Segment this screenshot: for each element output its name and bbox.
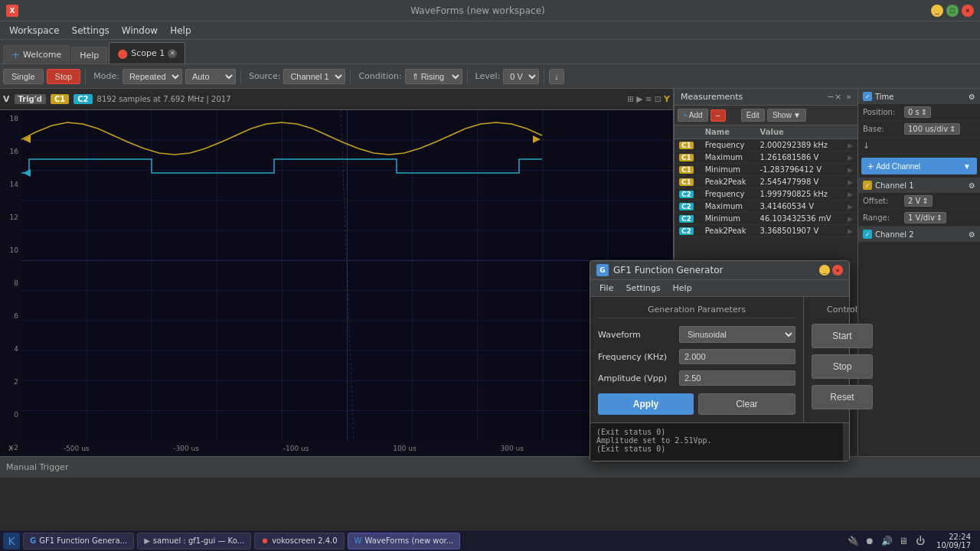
meas-value-4: 1.999790825 kHz bbox=[756, 188, 844, 201]
time-settings-icon[interactable]: ⚙ bbox=[969, 93, 975, 101]
measurements-close-icon[interactable]: × bbox=[835, 92, 841, 102]
condition-select[interactable]: ⇑ Rising ⇓ Falling bbox=[405, 69, 462, 84]
ch2-settings-icon[interactable]: ⚙ bbox=[969, 230, 975, 239]
toolbar-export-button[interactable]: ↓ bbox=[549, 69, 564, 84]
stop-button[interactable]: Stop bbox=[47, 69, 81, 84]
scope-expand-icon[interactable]: ⊡ bbox=[655, 94, 662, 104]
clear-button[interactable]: Clear bbox=[698, 393, 795, 415]
mode-select[interactable]: Repeated Single bbox=[122, 69, 182, 84]
ch1-range-spinner[interactable]: 1 V/div ⇕ bbox=[904, 212, 946, 223]
scope-info: 8192 samples at 7.692 MHz | 2017 bbox=[97, 95, 231, 103]
table-row: C1 Maximum 1.261681586 V ▶ bbox=[675, 152, 858, 164]
clock-time: 22:24 bbox=[936, 533, 971, 541]
frequency-input[interactable] bbox=[679, 349, 795, 364]
gf1-taskbar-label: GF1 Function Genera... bbox=[39, 536, 127, 545]
dialog-minimize-button[interactable]: _ bbox=[819, 265, 830, 276]
meas-actions-7: ▶ bbox=[843, 225, 858, 237]
tab-scope1-close[interactable]: × bbox=[168, 49, 177, 58]
base-spinner-arrows[interactable]: ⇕ bbox=[949, 125, 956, 133]
tray-power-icon[interactable]: ⏻ bbox=[913, 534, 927, 548]
toolbar-divider-5 bbox=[544, 69, 544, 84]
menu-window[interactable]: Window bbox=[116, 24, 164, 37]
log-scrollbar[interactable] bbox=[843, 423, 849, 461]
ch1-offset-spinner[interactable]: 2 V ⇕ bbox=[904, 195, 933, 207]
taskbar-gf1[interactable]: G GF1 Function Genera... bbox=[23, 533, 134, 549]
toolbar-divider-2 bbox=[240, 69, 241, 84]
meas-actions-6: ▶ bbox=[843, 213, 858, 225]
amplitude-input[interactable] bbox=[679, 370, 795, 386]
measurements-show-button[interactable]: Show ▼ bbox=[767, 109, 806, 122]
measurements-edit-button[interactable]: Edit bbox=[741, 109, 765, 122]
tray-record-icon[interactable]: ⏺ bbox=[863, 534, 877, 548]
measurements-minimize-icon[interactable]: ─ bbox=[828, 92, 833, 102]
measurements-header: Measurements ─ × » bbox=[675, 89, 858, 106]
source-select[interactable]: Channel 1 Channel 2 bbox=[283, 69, 345, 84]
col-name: Name bbox=[701, 126, 756, 139]
ch1-offset-arrows[interactable]: ⇕ bbox=[922, 197, 928, 205]
menu-settings[interactable]: Settings bbox=[66, 24, 116, 37]
channel2-section[interactable]: ✓ Channel 2 ⚙ bbox=[858, 227, 980, 242]
meas-ch-7: C2 bbox=[675, 225, 701, 237]
tab-welcome[interactable]: + Welcome bbox=[3, 45, 70, 64]
minimize-button[interactable]: _ bbox=[931, 5, 943, 17]
start-button[interactable]: Start bbox=[812, 324, 873, 348]
ch2-checkbox[interactable]: ✓ bbox=[863, 230, 872, 239]
status-message: Manual Trigger bbox=[6, 462, 68, 472]
tab-scope1[interactable]: ● Scope 1 × bbox=[109, 42, 185, 64]
position-spinner-arrows[interactable]: ⇕ bbox=[921, 108, 927, 116]
tray-volume-icon[interactable]: 🔊 bbox=[880, 534, 893, 548]
dialog-menu-settings[interactable]: Settings bbox=[619, 280, 666, 296]
ch1-checkbox[interactable]: ✓ bbox=[863, 181, 872, 190]
apply-button[interactable]: Apply bbox=[598, 393, 694, 415]
ch1-range-arrows[interactable]: ⇕ bbox=[936, 214, 942, 222]
tray-display-icon[interactable]: 🖥 bbox=[897, 534, 910, 548]
y-label-14: 14 bbox=[0, 181, 21, 188]
gf1-taskbar-icon: G bbox=[30, 536, 36, 545]
add-channel-button[interactable]: + Add Channel ▼ bbox=[861, 158, 977, 174]
terminal-taskbar-label: samuel : gf1-gui — Ko... bbox=[153, 536, 244, 545]
toolbar-divider-1 bbox=[85, 69, 86, 84]
table-row: C2 Frequency 1.999790825 kHz ▶ bbox=[675, 188, 858, 201]
title-bar: X WaveForms (new workspace) _ □ × bbox=[0, 0, 980, 21]
table-row: C1 Minimum -1.283796412 V ▶ bbox=[675, 164, 858, 176]
kde-icon[interactable]: K bbox=[3, 533, 20, 549]
app-icon: X bbox=[6, 5, 18, 17]
level-select[interactable]: 0 V bbox=[503, 69, 539, 84]
scope-tool-1[interactable]: ⊞ bbox=[627, 94, 634, 104]
tab-help[interactable]: Help bbox=[71, 47, 107, 64]
channel1-section[interactable]: ✓ Channel 1 ⚙ bbox=[858, 178, 980, 193]
control-panel: Control Start Stop Reset bbox=[804, 297, 880, 422]
taskbar-voko[interactable]: ⏺ vokoscreen 2.4.0 bbox=[254, 533, 344, 549]
dialog-stop-button[interactable]: Stop bbox=[812, 354, 873, 379]
scope-tool-2[interactable]: ▶ bbox=[636, 94, 642, 104]
menu-workspace[interactable]: Workspace bbox=[3, 24, 66, 37]
ch1-settings-icon[interactable]: ⚙ bbox=[969, 181, 975, 190]
measurements-expand-icon[interactable]: » bbox=[846, 92, 851, 102]
base-spinner[interactable]: 100 us/div ⇕ bbox=[904, 123, 960, 135]
reset-button[interactable]: Reset bbox=[812, 385, 873, 409]
time-label: Time bbox=[875, 93, 893, 101]
scope-tool-3[interactable]: ≡ bbox=[645, 94, 652, 104]
dialog-menu-help[interactable]: Help bbox=[667, 280, 698, 296]
single-button[interactable]: Single bbox=[3, 69, 44, 84]
taskbar-waveforms[interactable]: W WaveForms (new wor... bbox=[348, 533, 461, 549]
waveform-select[interactable]: Sinusoidal Square Triangle bbox=[679, 326, 795, 343]
measurements-remove-button[interactable]: − bbox=[710, 109, 726, 122]
close-button[interactable]: × bbox=[962, 5, 974, 17]
waveform-row: Waveform Sinusoidal Square Triangle bbox=[598, 326, 795, 343]
taskbar-terminal[interactable]: ▶ samuel : gf1-gui — Ko... bbox=[137, 533, 251, 549]
tray-network-icon[interactable]: 🔌 bbox=[846, 534, 860, 548]
position-spinner[interactable]: 0 s ⇕ bbox=[904, 106, 931, 118]
amplitude-row: Amplitude (Vpp) bbox=[598, 370, 795, 386]
meas-actions-5: ▶ bbox=[843, 201, 858, 213]
ch1-badge: C1 bbox=[51, 94, 69, 104]
time-down-arrow[interactable]: ↓ bbox=[858, 138, 980, 155]
measurements-add-button[interactable]: + Add bbox=[678, 109, 708, 122]
menu-help[interactable]: Help bbox=[164, 24, 197, 37]
trigger-select[interactable]: Auto Normal bbox=[185, 69, 236, 84]
maximize-button[interactable]: □ bbox=[946, 5, 959, 17]
dialog-menu-file[interactable]: File bbox=[593, 280, 619, 296]
dialog-close-button[interactable]: × bbox=[832, 265, 843, 276]
time-section[interactable]: ✓ Time ⚙ bbox=[858, 89, 980, 104]
time-checkbox[interactable]: ✓ bbox=[863, 92, 872, 101]
